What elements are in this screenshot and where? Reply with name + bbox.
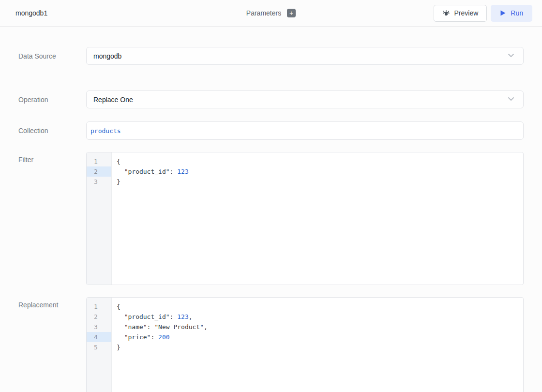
- run-button-label: Run: [511, 9, 523, 17]
- code-line[interactable]: }: [112, 342, 523, 352]
- code-line[interactable]: "product_id": 123,: [112, 312, 523, 322]
- line-number: 1: [87, 302, 111, 312]
- filter-label: Filter: [18, 152, 86, 164]
- topbar: mongodb1 Parameters + Preview: [0, 0, 542, 27]
- line-number: 2: [87, 166, 111, 177]
- line-number: 5: [87, 342, 111, 352]
- parameters-group: Parameters +: [246, 9, 296, 17]
- data-source-select[interactable]: mongodb: [86, 47, 524, 65]
- line-number: 2: [87, 312, 111, 322]
- data-source-value: mongodb: [93, 52, 121, 60]
- parameters-label: Parameters: [246, 9, 281, 17]
- data-source-row: Data Source mongodb: [18, 47, 524, 65]
- line-number: 3: [87, 177, 111, 187]
- operation-value: Replace One: [93, 96, 133, 104]
- preview-button-label: Preview: [454, 9, 479, 17]
- operation-row: Operation Replace One: [18, 90, 524, 108]
- collection-value: products: [90, 127, 121, 135]
- run-button[interactable]: Run: [491, 5, 532, 22]
- editor-code[interactable]: { "product_id": 123, "name": "New Produc…: [112, 298, 523, 392]
- filter-row: Filter 123 { "product_id": 123}: [18, 152, 524, 285]
- line-number: 3: [87, 322, 111, 332]
- topbar-left: mongodb1: [10, 9, 246, 17]
- data-source-label: Data Source: [18, 52, 86, 60]
- code-line[interactable]: {: [112, 156, 523, 166]
- query-editor-form: Data Source mongodb Operation Replace On…: [0, 27, 542, 392]
- editor-code[interactable]: { "product_id": 123}: [112, 152, 523, 285]
- line-number: 1: [87, 156, 111, 166]
- eye-icon: [442, 9, 450, 17]
- operation-label: Operation: [18, 96, 86, 104]
- topbar-actions: Preview Run: [296, 5, 532, 22]
- collection-row: Collection products: [18, 121, 524, 140]
- chevron-down-icon: [507, 51, 515, 61]
- query-title: mongodb1: [15, 9, 47, 17]
- replacement-editor[interactable]: 12345 { "product_id": 123, "name": "New …: [86, 297, 524, 392]
- play-icon: [500, 10, 506, 16]
- preview-button[interactable]: Preview: [434, 5, 487, 22]
- editor-gutter: 123: [87, 152, 112, 285]
- filter-editor[interactable]: 123 { "product_id": 123}: [86, 152, 524, 285]
- code-line[interactable]: }: [112, 177, 523, 187]
- add-parameter-button[interactable]: +: [287, 9, 296, 17]
- line-number: 4: [87, 332, 111, 342]
- collection-label: Collection: [18, 127, 86, 135]
- operation-select[interactable]: Replace One: [86, 90, 524, 108]
- collection-input[interactable]: products: [86, 121, 524, 140]
- code-line[interactable]: "name": "New Product",: [112, 322, 523, 332]
- replacement-label: Replacement: [18, 297, 86, 309]
- chevron-down-icon: [507, 94, 515, 105]
- code-line[interactable]: "price": 200: [112, 332, 523, 342]
- editor-gutter: 12345: [87, 298, 112, 392]
- replacement-row: Replacement 12345 { "product_id": 123, "…: [18, 297, 524, 392]
- code-line[interactable]: {: [112, 302, 523, 312]
- plus-icon: +: [289, 9, 293, 17]
- code-line[interactable]: "product_id": 123: [112, 166, 523, 177]
